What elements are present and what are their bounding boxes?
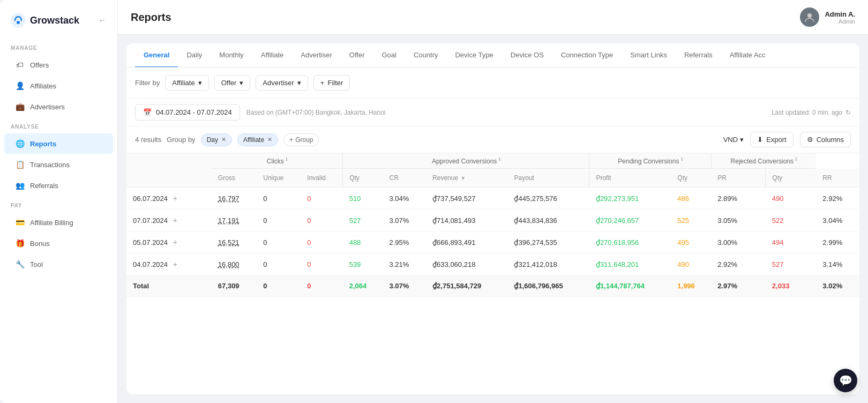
sidebar-item-label-transactions: Transactions — [30, 161, 70, 169]
export-button[interactable]: ⬇ Export — [750, 132, 794, 147]
columns-settings-icon: ⚙ — [807, 136, 813, 144]
tab-daily[interactable]: Daily — [178, 43, 211, 68]
transactions-icon: 📋 — [15, 160, 25, 169]
sidebar-section-label: ANALYSE — [0, 117, 117, 133]
cell-pending-qty: 495 — [671, 232, 711, 253]
sidebar-collapse-button[interactable]: ← — [98, 16, 107, 25]
cell-rejected-qty: 490 — [766, 188, 816, 210]
advertiser-filter[interactable]: Advertiser ▾ — [256, 75, 308, 91]
sidebar-sections: MANAGE🏷Offers👤Affiliates💼AdvertisersANAL… — [0, 39, 117, 275]
cell-pending-qty: 486 — [671, 188, 711, 210]
sidebar-item-transactions[interactable]: 📋Transactions — [4, 154, 113, 175]
sidebar-item-tool[interactable]: 🔧Tool — [4, 254, 113, 274]
th-unique: Unique — [257, 169, 301, 188]
total-gross: 67,309 — [212, 275, 257, 297]
tabs-bar: GeneralDailyMonthlyAffiliateAdvertiserOf… — [126, 43, 859, 68]
export-label: Export — [766, 136, 787, 144]
tab-advertiser[interactable]: Advertiser — [292, 43, 341, 68]
total-cr: 3.07% — [383, 275, 426, 297]
sidebar-logo: Growstack ← — [0, 9, 117, 39]
tab-connection-type[interactable]: Connection Type — [552, 43, 622, 68]
row-expand-icon[interactable]: + — [173, 194, 177, 203]
total-invalid: 0 — [301, 275, 342, 297]
tab-device-type[interactable]: Device Type — [446, 43, 502, 68]
chat-button[interactable]: 💬 — [834, 369, 857, 392]
cell-pr: 2.92% — [711, 253, 766, 275]
offer-filter[interactable]: Offer ▾ — [214, 75, 251, 91]
th-gross: Gross — [212, 169, 257, 188]
calendar-icon: 📅 — [143, 108, 152, 116]
cell-unique: 0 — [257, 253, 301, 275]
cell-profit: ₫311,648,201 — [589, 253, 671, 275]
cell-rr: 2.99% — [816, 232, 859, 253]
sidebar-item-advertisers[interactable]: 💼Advertisers — [4, 96, 113, 117]
sidebar-item-bonus[interactable]: 🎁Bonus — [4, 233, 113, 253]
advertisers-icon: 💼 — [15, 102, 25, 111]
add-group-button[interactable]: + Group — [283, 133, 319, 146]
cell-payout: ₫321,412,018 — [507, 253, 589, 275]
table-row: 04.07.2024 + 16,800 0 0 539 3.21% ₫633,0… — [126, 253, 859, 275]
data-table-wrapper: Clicks ℹ Approved Conversions ℹ Pending … — [126, 153, 859, 394]
date-picker[interactable]: 📅 04.07.2024 - 07.07.2024 — [135, 104, 240, 121]
tab-smart-links[interactable]: Smart Links — [622, 43, 676, 68]
th-profit: Profit — [589, 169, 671, 188]
columns-button[interactable]: ⚙ Columns — [800, 132, 851, 147]
sidebar-item-offers[interactable]: 🏷Offers — [4, 55, 113, 75]
tab-goal[interactable]: Goal — [373, 43, 405, 68]
group-day-remove[interactable]: ✕ — [221, 136, 226, 143]
sidebar-item-label-tool: Tool — [30, 260, 43, 268]
sidebar-section-analyse: ANALYSE🌐Reports📋Transactions👥Referrals — [0, 117, 117, 196]
total-rejected-qty: 2,033 — [766, 275, 816, 297]
user-name: Admin A. — [825, 10, 855, 18]
tab-offer[interactable]: Offer — [341, 43, 373, 68]
user-info: Admin A. Admin — [800, 8, 855, 27]
tab-monthly[interactable]: Monthly — [211, 43, 252, 68]
tab-general[interactable]: General — [135, 43, 178, 68]
sidebar-item-affiliate-billing[interactable]: 💳Affiliate Billing — [4, 212, 113, 233]
currency-dropdown[interactable]: VND ▾ — [723, 136, 744, 144]
add-filter-button[interactable]: + Filter — [313, 75, 350, 91]
cell-rejected-qty: 522 — [766, 210, 816, 232]
total-qty: 2,064 — [343, 275, 383, 297]
tab-device-os[interactable]: Device OS — [502, 43, 552, 68]
data-table: Clicks ℹ Approved Conversions ℹ Pending … — [126, 153, 859, 297]
cell-rejected-qty: 494 — [766, 232, 816, 253]
page-header: Reports Admin A. Admin — [118, 0, 868, 35]
affiliate-billing-icon: 💳 — [15, 218, 25, 227]
cell-invalid: 0 — [301, 188, 342, 210]
sidebar-item-affiliates[interactable]: 👤Affiliates — [4, 76, 113, 96]
cell-gross: 16,797 — [212, 188, 257, 210]
cell-rejected-qty: 527 — [766, 253, 816, 275]
sidebar-item-reports[interactable]: 🌐Reports — [4, 133, 113, 154]
row-expand-icon[interactable]: + — [173, 260, 177, 268]
offer-filter-label: Offer — [221, 79, 237, 87]
svg-point-2 — [807, 13, 812, 18]
th-day — [126, 153, 212, 188]
last-updated: Last updated: 0 min. ago ↻ — [772, 109, 851, 116]
row-expand-icon[interactable]: + — [173, 216, 177, 225]
tab-referrals[interactable]: Referrals — [676, 43, 721, 68]
row-expand-icon[interactable]: + — [173, 238, 177, 247]
affiliate-filter-label: Affiliate — [172, 79, 194, 87]
sidebar-item-referrals[interactable]: 👥Referrals — [4, 175, 113, 196]
cell-qty: 488 — [343, 232, 383, 253]
th-group-pending: Pending Conversions ℹ — [589, 153, 711, 169]
columns-label: Columns — [817, 136, 844, 144]
cell-profit: ₫292,273,951 — [589, 188, 671, 210]
cell-gross: 16,800 — [212, 253, 257, 275]
growstack-logo-icon — [11, 13, 26, 28]
tab-country[interactable]: Country — [405, 43, 447, 68]
tab-affiliate[interactable]: Affiliate — [252, 43, 292, 68]
offer-filter-chevron: ▾ — [240, 79, 243, 87]
cell-invalid: 0 — [301, 232, 342, 253]
cell-unique: 0 — [257, 188, 301, 210]
total-unique: 0 — [257, 275, 301, 297]
group-affiliate-remove[interactable]: ✕ — [267, 136, 272, 143]
refresh-icon[interactable]: ↻ — [845, 109, 851, 116]
filter-by-label: Filter by — [135, 79, 160, 87]
sidebar-section-manage: MANAGE🏷Offers👤Affiliates💼Advertisers — [0, 39, 117, 117]
export-download-icon: ⬇ — [757, 136, 763, 144]
tab-affiliate-acc[interactable]: Affiliate Acc — [721, 43, 774, 68]
affiliate-filter[interactable]: Affiliate ▾ — [165, 75, 208, 91]
th-invalid: Invalid — [301, 169, 342, 188]
